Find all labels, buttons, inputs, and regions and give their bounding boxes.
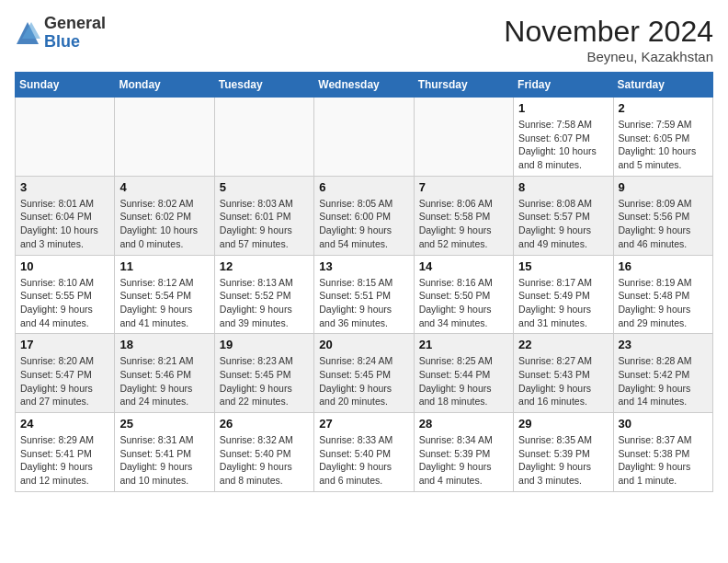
day-number: 26	[220, 417, 309, 431]
week-row-3: 10Sunrise: 8:10 AMSunset: 5:55 PMDayligh…	[16, 255, 713, 334]
day-info: Sunrise: 8:32 AMSunset: 5:40 PMDaylight:…	[220, 433, 309, 488]
weekday-header-saturday: Saturday	[613, 73, 712, 98]
day-number: 7	[419, 180, 508, 194]
weekday-header-friday: Friday	[514, 73, 613, 98]
day-info: Sunrise: 8:16 AMSunset: 5:50 PMDaylight:…	[419, 276, 508, 330]
calendar-cell: 21Sunrise: 8:25 AMSunset: 5:44 PMDayligh…	[414, 334, 513, 413]
calendar-cell: 14Sunrise: 8:16 AMSunset: 5:50 PMDayligh…	[414, 255, 513, 334]
day-info: Sunrise: 8:12 AMSunset: 5:54 PMDaylight:…	[119, 276, 209, 330]
calendar-cell	[314, 98, 414, 177]
day-number: 25	[119, 417, 209, 431]
calendar-cell: 1Sunrise: 7:58 AMSunset: 6:07 PMDaylight…	[514, 98, 613, 177]
day-info: Sunrise: 8:29 AMSunset: 5:41 PMDaylight:…	[20, 433, 109, 488]
calendar-cell: 4Sunrise: 8:02 AMSunset: 6:02 PMDaylight…	[115, 176, 214, 255]
day-info: Sunrise: 8:33 AMSunset: 5:40 PMDaylight:…	[319, 433, 408, 488]
week-row-5: 24Sunrise: 8:29 AMSunset: 5:41 PMDayligh…	[16, 413, 713, 492]
logo-blue: Blue	[44, 32, 80, 51]
calendar-cell: 27Sunrise: 8:33 AMSunset: 5:40 PMDayligh…	[314, 413, 414, 492]
calendar-cell: 12Sunrise: 8:13 AMSunset: 5:52 PMDayligh…	[214, 255, 313, 334]
day-info: Sunrise: 8:05 AMSunset: 6:00 PMDaylight:…	[319, 197, 408, 251]
weekday-header-tuesday: Tuesday	[214, 73, 313, 98]
calendar-cell: 26Sunrise: 8:32 AMSunset: 5:40 PMDayligh…	[214, 413, 313, 492]
day-number: 22	[518, 338, 608, 351]
logo: General Blue	[15, 15, 106, 52]
day-number: 6	[319, 180, 408, 194]
day-number: 3	[20, 180, 109, 194]
calendar-cell: 18Sunrise: 8:21 AMSunset: 5:46 PMDayligh…	[115, 334, 214, 413]
day-info: Sunrise: 8:37 AMSunset: 5:38 PMDaylight:…	[619, 433, 708, 488]
day-info: Sunrise: 8:20 AMSunset: 5:47 PMDaylight:…	[20, 354, 109, 408]
day-info: Sunrise: 8:23 AMSunset: 5:45 PMDaylight:…	[220, 354, 309, 408]
calendar-cell: 16Sunrise: 8:19 AMSunset: 5:48 PMDayligh…	[613, 255, 712, 334]
calendar-cell: 22Sunrise: 8:27 AMSunset: 5:43 PMDayligh…	[514, 334, 613, 413]
day-number: 23	[619, 338, 708, 351]
day-info: Sunrise: 8:35 AMSunset: 5:39 PMDaylight:…	[518, 433, 608, 488]
day-info: Sunrise: 8:34 AMSunset: 5:39 PMDaylight:…	[419, 433, 508, 488]
calendar-cell	[214, 98, 313, 177]
calendar-cell: 23Sunrise: 8:28 AMSunset: 5:42 PMDayligh…	[613, 334, 712, 413]
day-info: Sunrise: 8:15 AMSunset: 5:51 PMDaylight:…	[319, 276, 408, 330]
day-info: Sunrise: 8:19 AMSunset: 5:48 PMDaylight:…	[619, 276, 708, 330]
day-number: 14	[419, 259, 508, 273]
day-number: 16	[619, 259, 708, 273]
day-number: 29	[518, 417, 608, 431]
calendar-cell: 2Sunrise: 7:59 AMSunset: 6:05 PMDaylight…	[613, 98, 712, 177]
calendar-cell: 24Sunrise: 8:29 AMSunset: 5:41 PMDayligh…	[16, 413, 115, 492]
day-info: Sunrise: 8:01 AMSunset: 6:04 PMDaylight:…	[20, 197, 109, 251]
logo-general: General	[44, 14, 106, 32]
month-title: November 2024	[504, 15, 713, 49]
day-info: Sunrise: 8:28 AMSunset: 5:42 PMDaylight:…	[619, 354, 708, 408]
day-info: Sunrise: 8:17 AMSunset: 5:49 PMDaylight:…	[518, 276, 608, 330]
day-info: Sunrise: 8:08 AMSunset: 5:57 PMDaylight:…	[518, 197, 608, 251]
calendar-cell	[16, 98, 115, 177]
logo-icon	[15, 20, 40, 46]
day-number: 28	[419, 417, 508, 431]
day-number: 5	[220, 180, 309, 194]
day-number: 8	[518, 180, 608, 194]
calendar-cell: 20Sunrise: 8:24 AMSunset: 5:45 PMDayligh…	[314, 334, 414, 413]
day-number: 11	[119, 259, 209, 273]
calendar-cell: 13Sunrise: 8:15 AMSunset: 5:51 PMDayligh…	[314, 255, 414, 334]
day-number: 4	[119, 180, 209, 194]
calendar-cell: 5Sunrise: 8:03 AMSunset: 6:01 PMDaylight…	[214, 176, 313, 255]
day-info: Sunrise: 7:59 AMSunset: 6:05 PMDaylight:…	[619, 118, 708, 172]
calendar-cell	[414, 98, 513, 177]
week-row-4: 17Sunrise: 8:20 AMSunset: 5:47 PMDayligh…	[16, 334, 713, 413]
day-number: 1	[518, 101, 608, 115]
calendar-cell: 29Sunrise: 8:35 AMSunset: 5:39 PMDayligh…	[514, 413, 613, 492]
day-info: Sunrise: 8:13 AMSunset: 5:52 PMDaylight:…	[220, 276, 309, 330]
week-row-1: 1Sunrise: 7:58 AMSunset: 6:07 PMDaylight…	[16, 98, 713, 177]
calendar-cell: 11Sunrise: 8:12 AMSunset: 5:54 PMDayligh…	[115, 255, 214, 334]
day-info: Sunrise: 8:25 AMSunset: 5:44 PMDaylight:…	[419, 354, 508, 408]
day-number: 12	[220, 259, 309, 273]
calendar-cell: 7Sunrise: 8:06 AMSunset: 5:58 PMDaylight…	[414, 176, 513, 255]
day-number: 17	[20, 338, 109, 351]
logo-text: General Blue	[44, 15, 106, 52]
calendar-cell: 30Sunrise: 8:37 AMSunset: 5:38 PMDayligh…	[613, 413, 712, 492]
day-number: 10	[20, 259, 109, 273]
page-header: General Blue November 2024 Beyneu, Kazak…	[15, 15, 713, 64]
calendar-cell: 8Sunrise: 8:08 AMSunset: 5:57 PMDaylight…	[514, 176, 613, 255]
calendar: SundayMondayTuesdayWednesdayThursdayFrid…	[15, 72, 713, 492]
day-number: 21	[419, 338, 508, 351]
calendar-cell	[115, 98, 214, 177]
day-info: Sunrise: 8:24 AMSunset: 5:45 PMDaylight:…	[319, 354, 408, 408]
day-number: 19	[220, 338, 309, 351]
day-info: Sunrise: 8:06 AMSunset: 5:58 PMDaylight:…	[419, 197, 508, 251]
day-info: Sunrise: 8:02 AMSunset: 6:02 PMDaylight:…	[119, 197, 209, 251]
day-number: 27	[319, 417, 408, 431]
day-info: Sunrise: 8:21 AMSunset: 5:46 PMDaylight:…	[119, 354, 209, 408]
day-number: 30	[619, 417, 708, 431]
calendar-cell: 28Sunrise: 8:34 AMSunset: 5:39 PMDayligh…	[414, 413, 513, 492]
calendar-cell: 19Sunrise: 8:23 AMSunset: 5:45 PMDayligh…	[214, 334, 313, 413]
day-info: Sunrise: 8:10 AMSunset: 5:55 PMDaylight:…	[20, 276, 109, 330]
title-block: November 2024 Beyneu, Kazakhstan	[504, 15, 713, 64]
day-number: 18	[119, 338, 209, 351]
day-info: Sunrise: 8:03 AMSunset: 6:01 PMDaylight:…	[220, 197, 309, 251]
calendar-cell: 6Sunrise: 8:05 AMSunset: 6:00 PMDaylight…	[314, 176, 414, 255]
weekday-header-wednesday: Wednesday	[314, 73, 414, 98]
day-number: 9	[619, 180, 708, 194]
day-info: Sunrise: 7:58 AMSunset: 6:07 PMDaylight:…	[518, 118, 608, 172]
day-number: 24	[20, 417, 109, 431]
day-info: Sunrise: 8:27 AMSunset: 5:43 PMDaylight:…	[518, 354, 608, 408]
